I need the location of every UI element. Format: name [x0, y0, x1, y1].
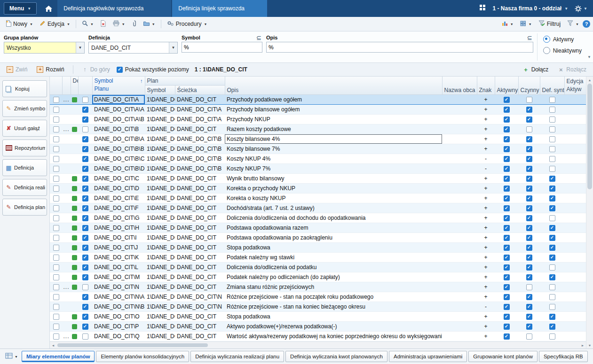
grupa-planow-select[interactable]: Wszystko ▼: [4, 42, 85, 54]
cell-opis[interactable]: Różnice przejściowe - stan na koniec bie…: [225, 302, 442, 312]
go-up-button[interactable]: ↑ Do góry: [79, 66, 113, 73]
header-def-synt[interactable]: Def. synt.: [540, 77, 564, 95]
table-row[interactable]: DANE_DO_CIT\E1\DANE_DO_CITDANE_DO_CITKor…: [50, 194, 586, 203]
cell-nazwa-obca[interactable]: [442, 272, 477, 282]
cell-symbol[interactable]: DANE_DO_CIT\G: [92, 213, 145, 223]
header-aktywny[interactable]: Aktywny: [495, 77, 518, 95]
row-select-checkbox[interactable]: [53, 166, 59, 172]
aktywny-checkbox[interactable]: [504, 255, 510, 261]
footer-tab-5[interactable]: Administracja uprawnieniami: [389, 351, 467, 362]
row-flag-checkbox[interactable]: [82, 166, 88, 172]
cell-opis[interactable]: Przychody podatkowe ogółem: [225, 95, 442, 105]
aktywny-checkbox[interactable]: [504, 235, 510, 241]
footer-tab-3[interactable]: Definicja wyliczania realizacji planu: [190, 351, 284, 362]
row-flag-checkbox[interactable]: [82, 97, 88, 103]
collapse-button[interactable]: − Zwiń: [4, 66, 30, 73]
def-synt-checkbox[interactable]: [549, 264, 555, 271]
sidebar-button-definicja-realiz[interactable]: Definicja realiz: [2, 179, 47, 196]
row-select-checkbox[interactable]: [53, 156, 59, 162]
cell-plan-symbol[interactable]: 1\DANE_DO_CIT: [145, 253, 175, 263]
cell-symbol[interactable]: DANE_DO_CIT\K: [92, 253, 145, 263]
cell-nazwa-obca[interactable]: [442, 95, 477, 105]
cell-sciezka[interactable]: DANE_DO_CIT: [175, 203, 225, 213]
search-button[interactable]: ▼: [79, 18, 96, 30]
aktywny-checkbox[interactable]: [504, 156, 510, 162]
def-synt-checkbox[interactable]: [549, 166, 555, 172]
attachment-button[interactable]: [129, 18, 140, 30]
aktywny-checkbox[interactable]: [504, 97, 510, 103]
sidebar-button-usun-galaz[interactable]: Usuń gałąź: [2, 120, 47, 137]
row-flag-checkbox[interactable]: [82, 264, 88, 271]
table-row[interactable]: DANE_DO_CIT\G1\DANE_DO_CITDANE_DO_CITDol…: [50, 213, 586, 223]
attach-button[interactable]: + Dołącz: [520, 66, 552, 73]
row-flag-checkbox[interactable]: [82, 235, 88, 241]
aktywny-checkbox[interactable]: [504, 324, 510, 330]
cell-opis[interactable]: Doliczenia do/odliczenia od podatku: [225, 263, 442, 272]
def-synt-checkbox[interactable]: [549, 195, 555, 201]
def-synt-checkbox[interactable]: [549, 186, 555, 192]
row-select-checkbox[interactable]: [53, 274, 59, 280]
sidebar-button-definicja-planu[interactable]: Definicja planu: [2, 199, 47, 216]
aktywny-checkbox[interactable]: [504, 205, 510, 211]
cell-sciezka[interactable]: DANE_DO_CIT: [175, 263, 225, 272]
cell-znak[interactable]: +: [477, 312, 495, 322]
cell-nazwa-obca[interactable]: [442, 213, 477, 223]
def-synt-checkbox[interactable]: [549, 314, 555, 320]
def-synt-checkbox[interactable]: [549, 245, 555, 251]
settings-gear-icon[interactable]: ▼: [575, 5, 587, 12]
row-flag-checkbox[interactable]: [82, 116, 88, 123]
cell-opis[interactable]: Podatek należny po odliczeniach (do zapł…: [225, 272, 442, 282]
cell-opis[interactable]: Stopa podatkowa: [225, 312, 442, 322]
new-button[interactable]: Nowy▼: [3, 18, 36, 30]
cell-plan-symbol[interactable]: 1\DANE_DO_CIT: [145, 95, 175, 105]
table-row[interactable]: DANE_DO_CIT\D1\DANE_DO_CITDANE_DO_CITKor…: [50, 184, 586, 194]
tab-definicja-naglowkow[interactable]: Definicja nagłówków sprawozda: [57, 0, 171, 17]
footer-views-button[interactable]: ▼: [3, 351, 20, 362]
row-select-checkbox[interactable]: [53, 333, 59, 340]
footer-tab-7[interactable]: Specyfikacja RB: [539, 351, 588, 362]
cell-nazwa-obca[interactable]: [442, 194, 477, 203]
row-flag-checkbox[interactable]: [82, 176, 88, 182]
def-synt-checkbox[interactable]: [549, 107, 555, 113]
czynny-checkbox[interactable]: [526, 116, 532, 123]
cell-nazwa-obca[interactable]: [442, 243, 477, 253]
table-row[interactable]: DANE_DO_CIT\B\B1\DANE_DO_CITDANE_DO_CIT\…: [50, 144, 586, 154]
row-flag-checkbox[interactable]: [82, 304, 88, 310]
header-plan-group[interactable]: Plan: [145, 77, 225, 85]
cell-symbol[interactable]: DANE_DO_CIT\B\C: [92, 154, 145, 164]
row-select-checkbox[interactable]: [53, 116, 59, 123]
czynny-checkbox[interactable]: [526, 333, 532, 340]
cell-znak[interactable]: +: [477, 144, 495, 154]
cell-nazwa-obca[interactable]: [442, 332, 477, 341]
cell-sciezka[interactable]: DANE_DO_CIT: [175, 272, 225, 282]
cell-znak[interactable]: +: [477, 213, 495, 223]
cell-plan-symbol[interactable]: 1\DANE_DO_CIT: [145, 282, 175, 292]
cell-opis[interactable]: Koszty NKUP 7%: [225, 164, 442, 174]
row-flag-checkbox[interactable]: [82, 136, 88, 142]
cell-nazwa-obca[interactable]: [442, 223, 477, 233]
row-select-checkbox[interactable]: [53, 146, 59, 152]
row-more-button[interactable]: ...: [63, 126, 69, 132]
row-select-checkbox[interactable]: [53, 97, 59, 103]
cell-plan-symbol[interactable]: 1\DANE_DO_CIT: [145, 272, 175, 282]
czynny-checkbox[interactable]: [526, 304, 532, 310]
help-icon[interactable]: ?: [583, 20, 590, 28]
table-row[interactable]: DANE_DO_CIT\C1\DANE_DO_CITDANE_DO_CITWyn…: [50, 174, 586, 184]
cell-opis[interactable]: Razem koszty podatkowe: [225, 124, 442, 134]
cell-nazwa-obca[interactable]: [442, 144, 477, 154]
apps-grid-icon[interactable]: [480, 5, 486, 12]
row-flag-checkbox[interactable]: [82, 284, 88, 290]
cell-symbol[interactable]: DANE_DO_CIT\M: [92, 272, 145, 282]
row-select-checkbox[interactable]: [53, 294, 59, 300]
header-def[interactable]: Def: [71, 77, 78, 95]
cell-opis[interactable]: Stopa podatkowa: [225, 243, 442, 253]
cell-znak[interactable]: +: [477, 243, 495, 253]
table-row[interactable]: DANE_DO_CIT\A\B1\DANE_DO_CITDANE_DO_CIT\…: [50, 115, 586, 124]
scroll-up-icon[interactable]: ▲: [586, 77, 593, 83]
czynny-checkbox[interactable]: [526, 166, 532, 172]
aktywny-checkbox[interactable]: [504, 136, 510, 142]
row-select-checkbox[interactable]: [53, 195, 59, 201]
cell-sciezka[interactable]: DANE_DO_CIT: [175, 233, 225, 243]
cell-znak[interactable]: -: [477, 302, 495, 312]
footer-tab-4[interactable]: Definicja wyliczania kwot planowanych: [285, 351, 387, 362]
